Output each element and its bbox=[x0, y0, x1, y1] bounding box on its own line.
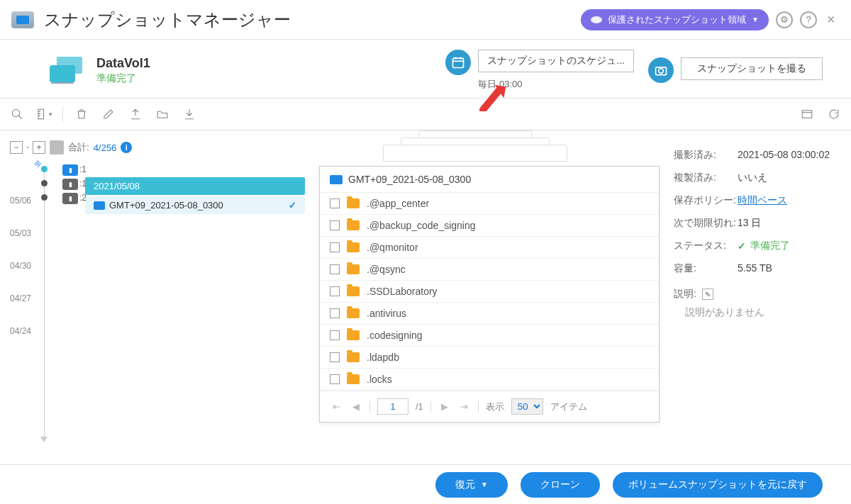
checkbox[interactable] bbox=[330, 286, 340, 296]
snapshot-count-label: :2 bbox=[79, 193, 87, 203]
folder-row[interactable]: .ldapdb bbox=[320, 347, 659, 369]
show-label: 表示 bbox=[486, 401, 504, 413]
main-area: − + 合計: 4/256 i 今 05/0605/0304/3004/2704… bbox=[0, 130, 851, 471]
expand-button[interactable]: + bbox=[33, 141, 45, 154]
take-snapshot-button[interactable]: スナップショットを撮る bbox=[681, 57, 823, 80]
next-page-button[interactable]: ▶ bbox=[438, 401, 451, 412]
folder-row[interactable]: .locks bbox=[320, 369, 659, 391]
detail-value: 準備完了 bbox=[738, 240, 837, 252]
revert-button[interactable]: ボリュームスナップショットを元に戻す bbox=[613, 472, 823, 498]
detail-value: 時間ベース bbox=[738, 194, 837, 207]
folder-name: .antivirus bbox=[367, 308, 406, 319]
detail-label: 保存ポリシー: bbox=[674, 194, 738, 207]
details-panel: 撮影済み:2021-05-08 03:00:02複製済み:いいえ保存ポリシー:時… bbox=[667, 130, 851, 471]
checkbox[interactable] bbox=[330, 308, 340, 318]
volume-status: 準備完了 bbox=[96, 72, 238, 85]
status-ok: 準備完了 bbox=[738, 240, 837, 252]
detail-label: 撮影済み: bbox=[674, 149, 738, 162]
folder-name: .locks bbox=[367, 374, 392, 385]
svg-rect-0 bbox=[453, 58, 464, 67]
timeline-date-labels: 05/0605/0304/3004/2704/24 bbox=[10, 162, 41, 359]
per-page-select[interactable]: 50 bbox=[511, 398, 543, 415]
checkbox[interactable] bbox=[330, 352, 340, 362]
page-input[interactable] bbox=[377, 398, 408, 415]
checkbox[interactable] bbox=[330, 242, 340, 252]
window-icon[interactable] bbox=[799, 106, 816, 123]
timeline-node[interactable] bbox=[41, 194, 48, 201]
schedule-snapshot-button[interactable]: スナップショットのスケジュ... bbox=[478, 50, 634, 72]
detail-row: 撮影済み:2021-05-08 03:00:02 bbox=[674, 149, 837, 162]
help-icon[interactable]: ? bbox=[800, 11, 817, 28]
title-bar: スナップショットマネージャー 保護されたスナップショット領域 ▼ ⚙ ? × bbox=[0, 0, 851, 40]
folder-name: .@qsync bbox=[367, 264, 406, 275]
preview-window: GMT+09_2021-05-08_0300 .@app_center.@bac… bbox=[319, 166, 660, 422]
folder-row[interactable]: .@backup_code_signing bbox=[320, 215, 659, 237]
restore-button[interactable]: 復元 ▼ bbox=[435, 472, 508, 498]
detail-value: 5.55 TB bbox=[738, 262, 837, 274]
timeline-date: 04/24 bbox=[10, 326, 41, 359]
folder-row[interactable]: .@app_center bbox=[320, 193, 659, 215]
folder-row[interactable]: .@qsync bbox=[320, 259, 659, 281]
caret-down-icon: ▼ bbox=[752, 16, 759, 23]
checkbox[interactable] bbox=[330, 220, 340, 230]
timeline-date: 05/06 bbox=[10, 196, 41, 228]
timeline-node[interactable] bbox=[41, 166, 48, 172]
checkbox[interactable] bbox=[330, 264, 340, 274]
folder-icon bbox=[347, 330, 360, 340]
description-label: 説明:✎ bbox=[674, 288, 837, 301]
checkbox[interactable] bbox=[330, 198, 340, 208]
description-empty: 説明がありません bbox=[685, 306, 837, 319]
folder-row[interactable]: .@qmonitor bbox=[320, 237, 659, 259]
detail-row: 容量:5.55 TB bbox=[674, 262, 837, 275]
preview-panel: GMT+09_2021-05-08_0300 .@app_center.@bac… bbox=[312, 130, 667, 471]
ruler-icon[interactable]: ▾ bbox=[35, 106, 52, 123]
snapshot-date-row[interactable]: 2021/05/08 bbox=[85, 177, 305, 195]
settings-icon[interactable]: ⚙ bbox=[776, 11, 793, 28]
snapshot-row[interactable]: GMT+09_2021-05-08_0300 ✓ bbox=[85, 196, 305, 214]
annotation-arrow bbox=[479, 83, 508, 111]
folder-row[interactable]: .SSDLaboratory bbox=[320, 281, 659, 303]
checkbox[interactable] bbox=[330, 330, 340, 340]
protected-area-dropdown[interactable]: 保護されたスナップショット領域 ▼ bbox=[581, 9, 769, 30]
download-icon[interactable] bbox=[181, 106, 198, 123]
export-icon[interactable] bbox=[127, 106, 144, 123]
clone-button[interactable]: クローン bbox=[521, 472, 600, 498]
snapshot-count-badge: ▮ bbox=[62, 164, 78, 176]
prev-page-button[interactable]: ◀ bbox=[350, 401, 362, 412]
collapse-button[interactable]: − bbox=[10, 141, 23, 154]
timeline-badges: ▮:1▮:1▮:2 bbox=[62, 162, 85, 359]
pager: ⇤ ◀ /1 ▶ ⇥ 表示 50 アイテム bbox=[320, 391, 659, 422]
take-snapshot-icon-button[interactable] bbox=[648, 57, 674, 83]
refresh-icon[interactable] bbox=[825, 106, 842, 123]
policy-link[interactable]: 時間ベース bbox=[738, 194, 787, 206]
preview-title: GMT+09_2021-05-08_0300 bbox=[348, 174, 471, 185]
snapshot-count-label: :1 bbox=[79, 164, 87, 174]
snapshot-icon bbox=[330, 175, 343, 184]
timeline-node[interactable] bbox=[41, 180, 48, 186]
edit-description-button[interactable]: ✎ bbox=[702, 289, 713, 300]
delete-icon[interactable] bbox=[73, 106, 90, 123]
calendar-icon[interactable] bbox=[50, 140, 64, 155]
edit-icon[interactable] bbox=[100, 106, 117, 123]
folder-row[interactable]: .codesigning bbox=[320, 325, 659, 347]
folder-name: .SSDLaboratory bbox=[367, 286, 438, 297]
total-value: 4/256 bbox=[94, 142, 117, 153]
detail-value: いいえ bbox=[738, 172, 837, 184]
total-label: 合計: bbox=[68, 141, 89, 154]
detail-row: 複製済み:いいえ bbox=[674, 172, 837, 184]
restore-label: 復元 bbox=[455, 478, 475, 491]
last-page-button[interactable]: ⇥ bbox=[458, 401, 471, 412]
schedule-icon-button[interactable] bbox=[445, 50, 471, 75]
info-icon[interactable]: i bbox=[121, 142, 132, 153]
first-page-button[interactable]: ⇤ bbox=[330, 401, 343, 412]
timeline-date: 05/03 bbox=[10, 228, 41, 261]
folder-name: .@backup_code_signing bbox=[367, 220, 476, 231]
detail-label: 容量: bbox=[674, 262, 738, 275]
search-icon[interactable] bbox=[9, 106, 26, 123]
svg-point-5 bbox=[659, 69, 664, 74]
folder-row[interactable]: .antivirus bbox=[320, 303, 659, 325]
folder-icon[interactable] bbox=[154, 106, 171, 123]
checkbox[interactable] bbox=[330, 374, 340, 384]
toolbar: ▾ bbox=[0, 98, 851, 130]
close-button[interactable]: × bbox=[827, 13, 840, 26]
